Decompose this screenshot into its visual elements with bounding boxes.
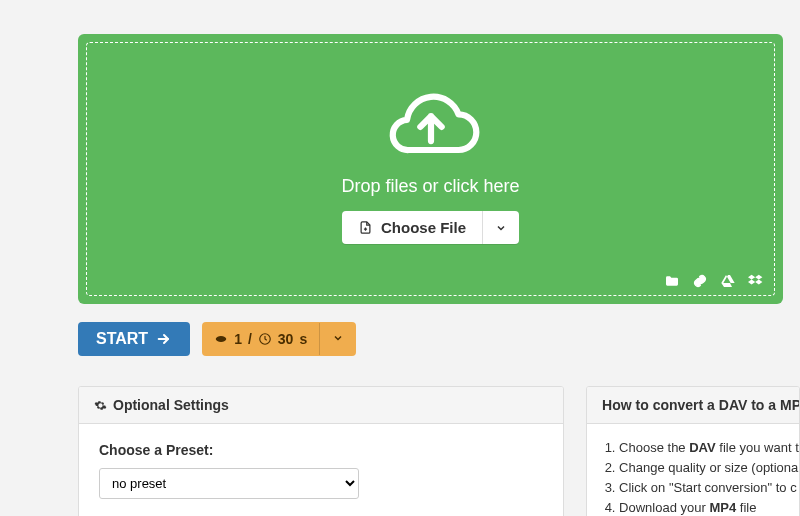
- dropbox-icon[interactable]: [748, 273, 764, 289]
- optional-settings-header: Optional Settings: [79, 387, 563, 424]
- queue-unit: s: [299, 331, 307, 347]
- chevron-down-icon: [332, 332, 344, 344]
- list-item: Click on "Start conversion" to c: [619, 478, 789, 498]
- choose-file-button[interactable]: Choose File: [342, 211, 482, 244]
- start-label: START: [96, 330, 148, 348]
- svg-point-1: [216, 336, 227, 342]
- list-item: Choose the DAV file you want t: [619, 438, 789, 458]
- chevron-down-icon: [495, 222, 507, 234]
- queue-sep: /: [248, 331, 252, 347]
- queue-status: 1 / 30 s: [202, 323, 319, 355]
- coin-icon: [214, 332, 228, 346]
- queue-dropdown[interactable]: [319, 323, 356, 355]
- list-item: Change quality or size (optiona: [619, 458, 789, 478]
- choose-file-dropdown[interactable]: [482, 211, 519, 244]
- dropzone-inner[interactable]: Drop files or click here Choose File: [86, 42, 775, 296]
- link-icon[interactable]: [692, 273, 708, 289]
- howto-steps: Choose the DAV file you want t Change qu…: [605, 438, 789, 516]
- start-button[interactable]: START: [78, 322, 190, 356]
- queue-count: 1: [234, 331, 242, 347]
- howto-title: How to convert a DAV to a MP4 fi: [587, 387, 799, 424]
- queue-status-button[interactable]: 1 / 30 s: [202, 322, 356, 356]
- source-icons: [664, 273, 764, 289]
- gear-icon: [94, 399, 107, 412]
- choose-file-label: Choose File: [381, 219, 466, 236]
- preset-label: Choose a Preset:: [99, 442, 543, 458]
- dropzone-text: Drop files or click here: [341, 176, 519, 197]
- arrow-right-icon: [156, 331, 172, 347]
- clock-icon: [258, 332, 272, 346]
- queue-duration: 30: [278, 331, 294, 347]
- google-drive-icon[interactable]: [720, 273, 736, 289]
- cloud-upload-icon: [376, 86, 486, 166]
- list-item: Download your MP4 file: [619, 498, 789, 516]
- optional-settings-title: Optional Settings: [113, 397, 229, 413]
- howto-panel: How to convert a DAV to a MP4 fi Choose …: [586, 386, 800, 516]
- preset-select[interactable]: no preset: [99, 468, 359, 499]
- optional-settings-panel: Optional Settings Choose a Preset: no pr…: [78, 386, 564, 516]
- choose-file-button-group: Choose File: [342, 211, 519, 244]
- upload-dropzone[interactable]: Drop files or click here Choose File: [78, 34, 783, 304]
- folder-icon[interactable]: [664, 273, 680, 289]
- file-add-icon: [358, 220, 373, 235]
